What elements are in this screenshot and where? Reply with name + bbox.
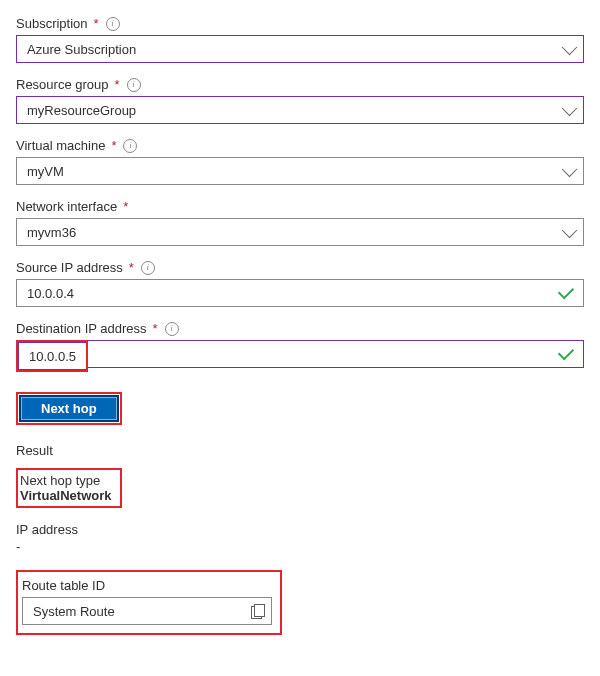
route-table-label: Route table ID (22, 578, 272, 593)
resource-group-value: myResourceGroup (27, 103, 555, 118)
required-marker: * (115, 77, 120, 92)
route-table-box: System Route (22, 597, 272, 625)
result-heading: Result (16, 443, 584, 458)
route-table-value: System Route (33, 604, 115, 619)
next-hop-form: Subscription * Azure Subscription Resour… (0, 0, 600, 659)
required-marker: * (123, 199, 128, 214)
required-marker: * (94, 16, 99, 31)
chevron-down-icon (562, 223, 578, 239)
ip-address-block: IP address - (16, 522, 584, 554)
destination-ip-label: Destination IP address (16, 321, 147, 336)
required-marker: * (129, 260, 134, 275)
chevron-down-icon (562, 40, 578, 56)
chevron-down-icon (562, 101, 578, 117)
virtual-machine-select[interactable]: myVM (16, 157, 584, 185)
info-icon[interactable] (165, 322, 179, 336)
info-icon[interactable] (123, 139, 137, 153)
virtual-machine-label: Virtual machine (16, 138, 105, 153)
info-icon[interactable] (141, 261, 155, 275)
next-hop-button[interactable]: Next hop (19, 395, 119, 422)
chevron-down-icon (562, 162, 578, 178)
subscription-value: Azure Subscription (27, 42, 555, 57)
next-hop-type-value: VirtualNetwork (20, 488, 112, 503)
source-ip-value: 10.0.0.4 (27, 286, 555, 301)
destination-ip-input-tail[interactable] (86, 340, 584, 368)
network-interface-select[interactable]: myvm36 (16, 218, 584, 246)
resource-group-label: Resource group (16, 77, 109, 92)
copy-icon[interactable] (251, 604, 263, 618)
field-virtual-machine: Virtual machine * myVM (16, 138, 584, 185)
info-icon[interactable] (106, 17, 120, 31)
ip-address-value: - (16, 539, 584, 554)
required-marker: * (153, 321, 158, 336)
field-subscription: Subscription * Azure Subscription (16, 16, 584, 63)
next-hop-type-label: Next hop type (20, 473, 112, 488)
source-ip-label: Source IP address (16, 260, 123, 275)
field-source-ip: Source IP address * 10.0.0.4 (16, 260, 584, 307)
next-hop-type-block: Next hop type VirtualNetwork (16, 468, 122, 508)
field-destination-ip: Destination IP address * 10.0.0.5 (16, 321, 584, 372)
network-interface-value: myvm36 (27, 225, 555, 240)
field-network-interface: Network interface * myvm36 (16, 199, 584, 246)
checkmark-icon (558, 283, 574, 299)
checkmark-icon (558, 344, 574, 360)
virtual-machine-value: myVM (27, 164, 555, 179)
source-ip-input[interactable]: 10.0.0.4 (16, 279, 584, 307)
route-table-block: Route table ID System Route (16, 570, 282, 635)
resource-group-select[interactable]: myResourceGroup (16, 96, 584, 124)
ip-address-label: IP address (16, 522, 584, 537)
subscription-label: Subscription (16, 16, 88, 31)
info-icon[interactable] (127, 78, 141, 92)
destination-ip-value: 10.0.0.5 (29, 349, 76, 364)
next-hop-button-highlight: Next hop (16, 392, 122, 425)
subscription-select[interactable]: Azure Subscription (16, 35, 584, 63)
required-marker: * (111, 138, 116, 153)
network-interface-label: Network interface (16, 199, 117, 214)
destination-ip-highlight: 10.0.0.5 (16, 340, 88, 372)
field-resource-group: Resource group * myResourceGroup (16, 77, 584, 124)
destination-ip-input[interactable]: 10.0.0.5 (18, 342, 86, 370)
